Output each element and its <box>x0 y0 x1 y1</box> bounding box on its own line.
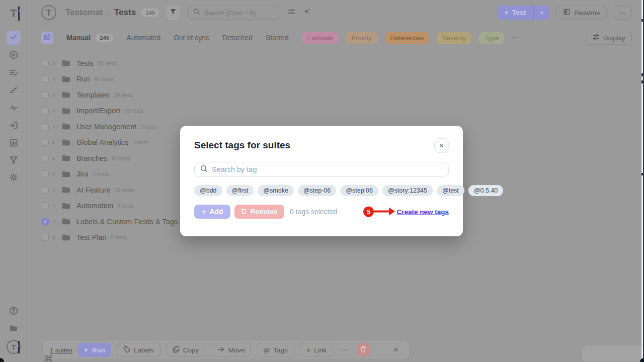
tab-out-of-sync[interactable]: Out of sync <box>174 34 209 42</box>
filter-button[interactable] <box>166 6 180 20</box>
sidebar-item-pulse[interactable] <box>7 102 21 116</box>
topbar-more-button[interactable]: ⋯ <box>614 6 632 20</box>
chevron-right-icon[interactable]: › <box>53 155 58 162</box>
display-button[interactable]: Display <box>586 31 632 45</box>
scrollbar-mark <box>641 80 643 83</box>
chevron-right-icon[interactable]: › <box>53 139 58 146</box>
trash-icon <box>241 208 247 216</box>
tree-row-import-export[interactable]: › Import/Export 38 tests <box>27 103 410 119</box>
readme-button[interactable]: Readme <box>556 6 606 20</box>
row-checkbox[interactable] <box>42 92 49 99</box>
row-checkbox-checked[interactable]: ✓ <box>42 218 49 225</box>
testomat-logo: T' <box>7 7 21 21</box>
modal-close-button[interactable]: × <box>434 138 449 153</box>
tag-chip[interactable]: @test <box>437 185 464 196</box>
row-checkbox[interactable] <box>42 170 49 177</box>
folder-icon <box>62 170 70 178</box>
filter-badge-estimate[interactable]: Estimate <box>302 32 339 44</box>
sidebar-item-runlist[interactable] <box>7 66 21 80</box>
tag-chip[interactable]: @bdd <box>194 185 222 196</box>
copy-button[interactable]: Copy <box>166 343 206 357</box>
folder-icon <box>62 107 70 115</box>
tab-manual[interactable]: Manual 245 <box>66 34 113 42</box>
chevron-right-icon[interactable]: › <box>53 234 58 241</box>
tree-row-run[interactable]: › Run 48 tests <box>27 71 410 87</box>
tag-chip[interactable]: @step:06 <box>340 185 378 196</box>
row-checkbox[interactable] <box>42 155 49 162</box>
global-search-input[interactable] <box>204 9 269 17</box>
tab-starred[interactable]: Starred <box>266 34 289 42</box>
row-checkbox[interactable] <box>42 107 49 114</box>
chevron-right-icon[interactable]: › <box>53 218 58 225</box>
delete-button[interactable] <box>357 343 370 356</box>
remove-tags-button[interactable]: Remove <box>234 205 284 219</box>
tag-chip[interactable]: @story:12345 <box>382 185 433 196</box>
chevron-right-icon[interactable]: › <box>53 187 58 194</box>
chevron-right-icon[interactable]: › <box>53 202 58 209</box>
bulk-more-button[interactable]: ⋯ <box>339 343 351 357</box>
create-new-tags-link[interactable]: Create new tags <box>396 208 449 215</box>
filter-badge-severity[interactable]: Severity <box>437 32 471 44</box>
row-checkbox[interactable] <box>42 75 49 82</box>
add-tags-button[interactable]: + Add <box>194 205 230 219</box>
breadcrumb-separator: › <box>107 9 110 17</box>
filters-more-button[interactable]: ⋯ <box>511 33 520 42</box>
chevron-right-icon[interactable]: › <box>53 75 58 82</box>
tags-button[interactable]: @ Tags <box>257 343 294 357</box>
global-search[interactable] <box>188 6 280 20</box>
labels-button[interactable]: Labels <box>117 343 160 357</box>
bulk-select-button[interactable] <box>41 32 53 44</box>
filter-badge-type[interactable]: Type <box>479 32 504 44</box>
row-checkbox[interactable] <box>42 202 49 209</box>
link-button[interactable]: + Link <box>300 343 333 357</box>
ai-assist-button[interactable] <box>303 8 311 18</box>
sidebar-item-runs[interactable] <box>7 49 21 63</box>
folder-icon <box>62 154 70 162</box>
chevron-right-icon[interactable]: › <box>53 123 58 130</box>
arrow-right-icon <box>217 346 224 354</box>
row-checkbox[interactable] <box>42 60 49 67</box>
tag-search-box[interactable] <box>194 162 449 177</box>
folder-icon <box>62 186 70 194</box>
sidebar-item-analytics[interactable] <box>7 137 21 151</box>
tag-chip[interactable]: @smoke <box>258 185 294 196</box>
tab-automated[interactable]: Automated <box>126 34 160 42</box>
chevron-right-icon[interactable]: › <box>53 92 58 99</box>
tree-row-tests[interactable]: › Tests 55 tests <box>27 55 410 71</box>
project-logo[interactable]: T' <box>41 5 56 20</box>
tree-row-templates[interactable]: › Templates 19 tests <box>27 87 410 103</box>
move-button[interactable]: Move <box>211 343 251 357</box>
row-checkbox[interactable] <box>42 139 49 146</box>
breadcrumb-app[interactable]: Testomat <box>65 8 103 18</box>
row-checkbox[interactable] <box>42 187 49 194</box>
top-bar: T' Testomat › Tests 245 + Test ▾ Readme <box>27 0 644 25</box>
sidebar-item-branches[interactable] <box>7 154 21 168</box>
row-checkbox[interactable] <box>42 234 49 241</box>
tag-search-input[interactable] <box>212 165 443 173</box>
docs-button[interactable] <box>7 322 21 336</box>
tag-chip[interactable]: @step-06 <box>298 185 336 196</box>
filter-badge-references[interactable]: References <box>385 32 429 44</box>
breadcrumb-page[interactable]: Tests <box>114 8 136 18</box>
import-icon <box>9 121 18 132</box>
profile-logo-button[interactable]: T' <box>7 340 21 354</box>
view-settings-button[interactable] <box>287 8 296 18</box>
row-checkbox[interactable] <box>42 123 49 130</box>
new-test-dropdown-button[interactable]: ▾ <box>533 6 549 20</box>
run-button[interactable]: Run <box>78 343 111 357</box>
chevron-right-icon[interactable]: › <box>53 170 58 177</box>
tag-chip-row: @bdd @first @smoke @step-06 @step:06 @st… <box>194 185 449 196</box>
chevron-right-icon[interactable]: › <box>53 60 58 67</box>
tag-chip[interactable]: @first <box>226 185 254 196</box>
tag-chip[interactable]: @0.5.40 <box>468 185 503 196</box>
chevron-right-icon[interactable]: › <box>53 107 58 114</box>
tab-detached[interactable]: Detached <box>222 34 253 42</box>
sidebar-item-steps[interactable] <box>7 84 21 98</box>
filter-badge-priority[interactable]: Priority <box>346 32 377 44</box>
sidebar-item-settings[interactable] <box>7 171 21 186</box>
new-test-button[interactable]: + Test <box>497 6 534 20</box>
help-button[interactable] <box>7 305 21 319</box>
sidebar-item-tests[interactable] <box>7 31 21 45</box>
close-actions-icon[interactable]: × <box>393 345 398 354</box>
sidebar-item-import[interactable] <box>7 119 21 133</box>
